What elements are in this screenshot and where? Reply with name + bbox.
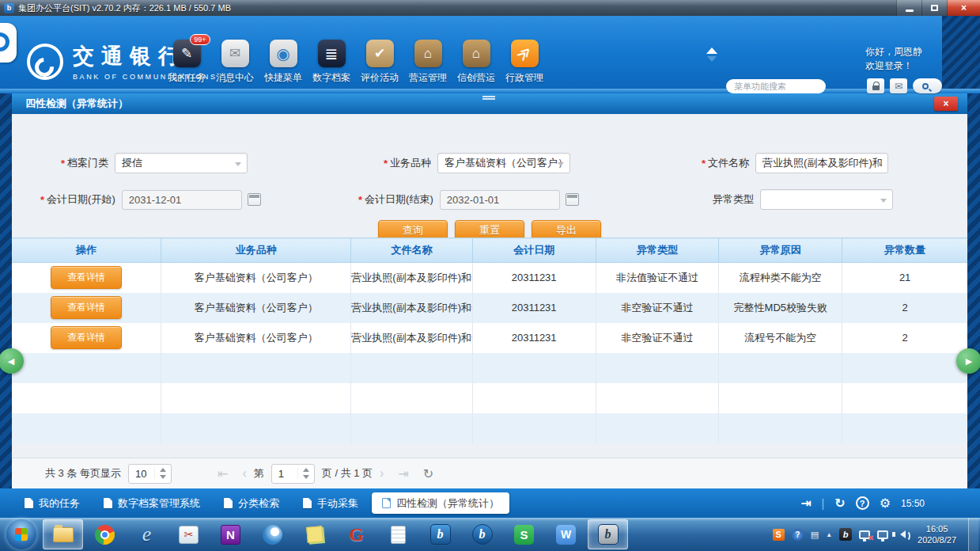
first-page-button[interactable]: ⇤ [218, 466, 228, 481]
business-product-select[interactable]: 客户基础资料（公司客户） [437, 153, 570, 173]
taskbar-bocom-app-1[interactable]: b [420, 519, 460, 549]
business-product-label: 业务品种 [390, 156, 431, 170]
header-grip-handle[interactable] [482, 96, 495, 100]
main-nav: ✎99+ 我的任务 ✉ 消息中心 ◉ 快捷菜单 ≣ 数字档案 ✔ 评价活动 ⌂ … [168, 40, 543, 85]
display-icon[interactable] [877, 530, 888, 539]
next-page-button[interactable]: › [380, 466, 384, 481]
taskbar-w-app[interactable]: W [546, 519, 586, 549]
column-header-action[interactable]: 操作 [12, 238, 161, 263]
taskbar-internet-explorer[interactable]: e [127, 519, 167, 549]
taskbar-chrome[interactable] [85, 519, 125, 549]
accounting-date-end-input[interactable] [440, 190, 560, 210]
page-spin[interactable] [297, 468, 314, 479]
view-detail-button[interactable]: 查看详情 [51, 296, 122, 319]
column-header-product[interactable]: 业务品种 [161, 238, 350, 263]
field-anomaly-type: 异常类型 [713, 188, 893, 211]
show-desktop-button[interactable] [968, 518, 978, 551]
tray-s-icon[interactable]: S [773, 529, 785, 541]
nav-item-my-tasks[interactable]: ✎99+ 我的任务 [168, 40, 206, 85]
table-row: 查看详情 客户基础资料（公司客户） 营业执照(副本及影印件)和年> 203112… [12, 293, 967, 323]
calendar-icon[interactable] [566, 193, 579, 206]
column-header-type[interactable]: 异常类型 [596, 238, 719, 263]
taskbar-bocom-app-2[interactable]: b [462, 519, 502, 549]
app-header: 交通银行 BANK OF COMMUNICATIONS ✎99+ 我的任务 ✉ … [0, 16, 942, 89]
nav-item-evaluation[interactable]: ✔ 评价活动 [361, 40, 399, 85]
inspection-panel: 四性检测（异常统计） × * 档案门类 授信 * 业务品种 客户基础资料（公司客… [12, 93, 967, 488]
evaluation-icon: ✔ [366, 40, 394, 67]
taskbar-explorer[interactable] [43, 519, 83, 549]
prev-page-button[interactable]: ‹ [242, 466, 246, 481]
nav-item-admin-mgmt[interactable]: ≫ 行政管理 [505, 40, 543, 85]
collapsed-sidebar-handle[interactable] [0, 23, 17, 63]
refresh-table-button[interactable]: ↻ [423, 466, 433, 481]
taskbar-snipping-tool[interactable]: ✂ [168, 519, 209, 549]
empty-cell [12, 413, 161, 443]
exit-icon[interactable]: ⇥ [800, 497, 811, 510]
lock-button[interactable] [867, 78, 884, 93]
gear-icon[interactable]: ⚙ [880, 497, 891, 510]
maximize-button[interactable] [921, 0, 947, 16]
last-page-button[interactable]: ⇥ [398, 466, 408, 481]
page-number-input[interactable] [272, 468, 297, 480]
windows-taskbar: e ✂ N G b b S W b S ? ▤ ▲ b × 16:05 2020… [0, 518, 980, 551]
scroll-right-button[interactable]: ▶ [956, 348, 980, 374]
count-cell: 21 [842, 263, 967, 293]
tray-expand-icon[interactable]: ▲ [826, 531, 832, 538]
nav-collapse-toggle[interactable] [706, 48, 717, 62]
taskbar-swirl-app[interactable] [252, 519, 293, 549]
quick-menu-icon: ◉ [270, 40, 297, 67]
nav-item-digital-archive[interactable]: ≣ 数字档案 [312, 40, 350, 85]
minimize-button[interactable] [896, 0, 921, 16]
nav-item-operations-mgmt[interactable]: ⌂ 营运管理 [409, 40, 447, 85]
taskbar-s-app[interactable]: S [504, 519, 544, 549]
taskbar-sticky-notes[interactable] [294, 519, 335, 549]
start-button[interactable] [1, 519, 41, 549]
tab-manual-collection[interactable]: 手动采集 [293, 492, 369, 514]
field-accounting-date-start: * 会计日期(开始) [40, 188, 261, 211]
calendar-icon[interactable] [248, 193, 261, 206]
per-page-spin[interactable] [154, 468, 171, 479]
minimize-icon [906, 10, 914, 12]
tab-classified-search[interactable]: 分类检索 [214, 492, 289, 514]
view-detail-button[interactable]: 查看详情 [51, 326, 122, 349]
tray-bocom-icon[interactable]: b [839, 528, 852, 541]
tray-help-icon[interactable]: ? [792, 529, 804, 541]
column-header-reason[interactable]: 异常原因 [719, 238, 842, 263]
column-header-date[interactable]: 会计日期 [472, 238, 596, 263]
window-close-button[interactable]: × [947, 0, 980, 16]
per-page-input[interactable] [129, 468, 154, 480]
tab-my-tasks[interactable]: 我的任务 [14, 492, 90, 514]
mail-button[interactable]: ✉ [890, 78, 907, 93]
anomaly-type-select[interactable] [760, 189, 893, 210]
panel-close-button[interactable]: × [934, 97, 958, 111]
tab-digital-archive-system[interactable]: 数字档案管理系统 [93, 492, 210, 514]
operations-mgmt-icon: ⌂ [414, 40, 442, 67]
field-accounting-date-end: * 会计日期(结束) [358, 188, 579, 211]
nav-item-message-center[interactable]: ✉ 消息中心 [216, 40, 254, 85]
taskbar-bocom-app-3[interactable]: b [588, 519, 628, 549]
system-clock[interactable]: 16:05 2020/8/27 [918, 523, 956, 545]
reason-cell: 流程种类不能为空 [719, 263, 842, 293]
taskbar-onenote[interactable]: N [210, 519, 251, 549]
column-header-count[interactable]: 异常数量 [842, 238, 967, 263]
nav-item-quick-menu[interactable]: ◉ 快捷菜单 [264, 40, 302, 85]
volume-icon[interactable] [900, 530, 906, 538]
chevron-down-icon [558, 162, 564, 166]
accounting-date-start-input[interactable] [122, 190, 242, 210]
nav-item-xinchuang-ops[interactable]: ⌂ 信创营运 [457, 40, 495, 85]
archive-category-select[interactable]: 授信 [115, 153, 248, 173]
taskbar-notepad[interactable] [378, 519, 418, 549]
menu-search-input[interactable] [726, 79, 826, 93]
refresh-icon[interactable]: ↻ [834, 497, 845, 510]
help-icon[interactable]: ? [856, 496, 869, 510]
greeting-line2: 欢迎登录！ [865, 59, 922, 73]
search-button[interactable] [913, 78, 942, 93]
network-error-icon[interactable]: × [859, 530, 870, 539]
taskbar-g-app[interactable]: G [336, 519, 376, 549]
tab-four-nature-inspection[interactable]: 四性检测（异常统计） [372, 492, 509, 514]
column-header-file[interactable]: 文件名称 [351, 238, 472, 263]
view-detail-button[interactable]: 查看详情 [51, 266, 122, 289]
document-icon [25, 498, 33, 508]
file-name-select[interactable]: 营业执照(副本及影印件)和 [755, 153, 888, 173]
tray-device-icon[interactable]: ▤ [811, 530, 819, 540]
